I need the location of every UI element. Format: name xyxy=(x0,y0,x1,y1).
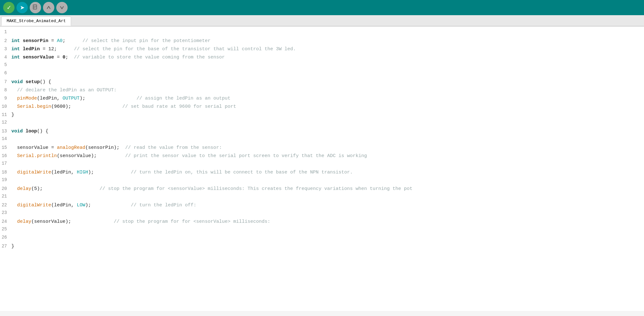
tabs-bar: MAKE_Strobe_Animated_Art xyxy=(0,15,644,27)
line-number: 12 xyxy=(0,120,11,125)
line-row: 16 Serial.println(sensorValue); // print… xyxy=(0,152,644,161)
toolbar: ✓ ➤ xyxy=(0,0,644,15)
line-row: 11 } xyxy=(0,111,644,119)
line-code: digitalWrite(ledPin, LOW); // turn the l… xyxy=(11,202,196,209)
line-code: delay(5); // stop the program for <senso… xyxy=(11,185,412,193)
line-row: 1 xyxy=(0,29,644,37)
line-number: 20 xyxy=(0,186,11,191)
line-code: delay(sensorValue); // stop the program … xyxy=(11,218,270,226)
line-row: 13 void loop() { xyxy=(0,128,644,136)
line-row: 6 xyxy=(0,70,644,78)
line-row: 27 } xyxy=(0,243,644,251)
line-row: 19 xyxy=(0,177,644,185)
line-code: int ledPin = 12; // select the pin for t… xyxy=(11,46,296,53)
line-number: 2 xyxy=(0,38,11,43)
line-row: 21 xyxy=(0,193,644,202)
line-row: 18 digitalWrite(ledPin, HIGH); // turn t… xyxy=(0,169,644,177)
line-number: 17 xyxy=(0,161,11,166)
line-number: 11 xyxy=(0,112,11,117)
line-number: 13 xyxy=(0,129,11,134)
line-code: // declare the ledPin as an OUTPUT: xyxy=(11,87,117,94)
line-row: 2 int sensorPin = A0; // select the inpu… xyxy=(0,37,644,46)
line-number: 8 xyxy=(0,88,11,93)
line-row: 20 delay(5); // stop the program for <se… xyxy=(0,185,644,193)
line-row: 5 xyxy=(0,62,644,70)
line-row: 17 xyxy=(0,161,644,169)
line-number: 3 xyxy=(0,46,11,52)
line-code: } xyxy=(11,243,14,250)
tab-main[interactable]: MAKE_Strobe_Animated_Art xyxy=(1,16,71,26)
verify-button[interactable]: ✓ xyxy=(3,2,15,13)
line-number: 24 xyxy=(0,219,11,224)
line-number: 9 xyxy=(0,96,11,101)
line-number: 10 xyxy=(0,104,11,109)
line-code: void setup() { xyxy=(11,79,51,86)
line-row: 25 xyxy=(0,226,644,234)
line-row: 24 delay(sensorValue); // stop the progr… xyxy=(0,218,644,226)
line-number: 14 xyxy=(0,136,11,141)
line-row: 22 digitalWrite(ledPin, LOW); // turn th… xyxy=(0,202,644,210)
line-code: int sensorPin = A0; // select the input … xyxy=(11,38,210,45)
save-button[interactable] xyxy=(56,2,68,13)
line-code: sensorValue = analogRead(sensorPin); // … xyxy=(11,144,222,152)
line-number: 5 xyxy=(0,62,11,67)
line-number: 18 xyxy=(0,170,11,175)
line-row: 3 int ledPin = 12; // select the pin for… xyxy=(0,46,644,54)
line-number: 19 xyxy=(0,177,11,182)
line-row: 26 xyxy=(0,234,644,243)
line-code: } xyxy=(11,112,14,119)
line-number: 16 xyxy=(0,153,11,158)
new-button[interactable] xyxy=(30,2,41,13)
line-number: 25 xyxy=(0,227,11,232)
line-code: int sensorValue = 0; // variable to stor… xyxy=(11,54,225,61)
line-number: 26 xyxy=(0,235,11,240)
line-row: 7 void setup() { xyxy=(0,78,644,87)
line-code: Serial.println(sensorValue); // print th… xyxy=(11,153,367,160)
line-row: 12 xyxy=(0,119,644,128)
line-code: digitalWrite(ledPin, HIGH); // turn the … xyxy=(11,169,353,176)
line-row: 9 pinMode(ledPin, OUTPUT); // assign the… xyxy=(0,95,644,103)
upload-button[interactable]: ➤ xyxy=(16,2,28,13)
line-row: 10 Serial.begin(9600); // set baud rate … xyxy=(0,103,644,111)
line-number: 15 xyxy=(0,145,11,150)
line-row: 23 xyxy=(0,210,644,218)
line-number: 4 xyxy=(0,55,11,60)
line-number: 6 xyxy=(0,70,11,76)
line-number: 7 xyxy=(0,79,11,84)
line-row: 15 sensorValue = analogRead(sensorPin); … xyxy=(0,144,644,152)
line-number: 23 xyxy=(0,210,11,215)
line-number: 21 xyxy=(0,194,11,199)
line-row: 8 // declare the ledPin as an OUTPUT: xyxy=(0,87,644,95)
line-number: 1 xyxy=(0,29,11,34)
line-code: void loop() { xyxy=(11,128,48,135)
line-number: 22 xyxy=(0,203,11,208)
tab-label: MAKE_Strobe_Animated_Art xyxy=(7,19,66,23)
code-editor[interactable]: 1 2 int sensorPin = A0; // select the in… xyxy=(0,27,644,311)
line-row: 4 int sensorValue = 0; // variable to st… xyxy=(0,54,644,62)
line-number: 27 xyxy=(0,244,11,249)
open-button[interactable] xyxy=(43,2,54,13)
line-code: pinMode(ledPin, OUTPUT); // assign the l… xyxy=(11,95,230,102)
line-row: 14 xyxy=(0,136,644,144)
line-code: Serial.begin(9600); // set baud rate at … xyxy=(11,103,236,111)
